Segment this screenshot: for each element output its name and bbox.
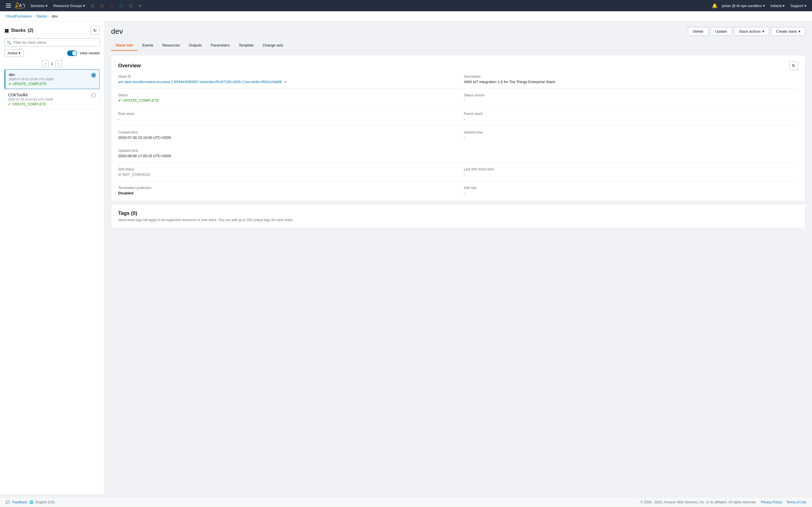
support-menu[interactable]: Support ▾ <box>788 3 809 9</box>
stack-time-cdk: 2020-07-30 15:07:53 UTC+0200 <box>8 98 91 101</box>
update-button[interactable]: Update <box>711 27 732 36</box>
stacks-label: Stacks <box>11 28 26 33</box>
tab-template[interactable]: Template <box>234 40 258 51</box>
overview-refresh-button[interactable]: ↻ <box>789 61 798 70</box>
stack-item-cdktoolkit[interactable]: CDKToolkit 2020-07-30 15:07:53 UTC+0200 … <box>4 90 100 109</box>
user-menu[interactable]: johan @ tti-ops-sandbox ▾ <box>720 3 767 9</box>
stack-actions-label: Stack actions <box>739 29 761 34</box>
top-nav-right: 🔔 johan @ tti-ops-sandbox ▾ Ireland ▾ Su… <box>711 2 809 10</box>
stack-actions-button[interactable]: Stack actions ▾ <box>734 27 769 36</box>
stack-status-label-dev: UPDATE_COMPLETE <box>13 82 47 86</box>
sidebar: ▦ Stacks (2) ↻ 🔍 Active ▾ View nested <box>0 21 104 494</box>
pinned-service-5[interactable]: ⬡ <box>127 2 135 10</box>
page-number: 1 <box>51 62 53 66</box>
tab-stack-info[interactable]: Stack info <box>111 40 138 51</box>
termination-label: Termination protection <box>118 186 453 190</box>
stack-radio-dev[interactable] <box>91 73 96 77</box>
created-time-value: 2020-07-30 15:10:00 UTC+0200 <box>118 135 453 140</box>
stack-item-dev[interactable]: dev 2020-07-30 15:10:00 UTC+0200 ✔ UPDAT… <box>4 69 100 89</box>
pinned-service-2[interactable]: ⬡ <box>98 2 106 10</box>
pinned-services: ⬡ ⬡ ⬡ ⬡ ⬡ ☆ <box>89 2 144 10</box>
updated-time-label: Updated time <box>118 149 453 153</box>
create-stack-chevron-icon: ▾ <box>799 29 801 34</box>
tab-resources[interactable]: Resources <box>158 40 185 51</box>
status-value: ✔ UPDATE_COMPLETE <box>118 98 453 103</box>
deleted-time-value: - <box>464 135 798 140</box>
times-grid: Created time 2020-07-30 15:10:00 UTC+020… <box>118 130 798 158</box>
stack-status-label-cdk: CREATE_COMPLETE <box>12 102 46 106</box>
stack-time-dev: 2020-07-30 15:10:00 UTC+0200 <box>9 77 91 81</box>
stack-refs-grid: Root stack - Parent stack - <box>118 112 798 121</box>
toggle-label: View nested <box>80 51 100 55</box>
breadcrumb-current: dev <box>52 14 58 18</box>
tab-change-sets[interactable]: Change sets <box>258 40 288 51</box>
tab-outputs[interactable]: Outputs <box>185 40 206 51</box>
bookmark-icon[interactable]: ☆ <box>137 2 144 10</box>
pinned-service-3[interactable]: ⬡ <box>108 2 116 10</box>
field-root-stack: Root stack - <box>118 112 453 121</box>
next-page-button[interactable]: › <box>55 60 62 67</box>
view-nested-toggle[interactable] <box>67 50 77 56</box>
svg-rect-1 <box>6 5 11 6</box>
field-parent-stack: Parent stack - <box>464 112 798 121</box>
tab-bar: Stack info Events Resources Outputs Para… <box>111 40 805 51</box>
radio-inner-dev <box>93 74 95 76</box>
last-drift-label: Last drift check time <box>464 167 798 171</box>
active-filter-dropdown[interactable]: Active ▾ <box>4 49 24 57</box>
aws-logo[interactable] <box>15 1 25 11</box>
hamburger-menu[interactable] <box>3 0 13 11</box>
resource-groups-menu[interactable]: Resource Groups ▾ <box>51 3 87 9</box>
status-text: UPDATE_COMPLETE <box>122 98 159 103</box>
created-time-label: Created time <box>118 130 453 134</box>
breadcrumb-sep-1: › <box>34 14 35 18</box>
services-menu[interactable]: Services ▾ <box>28 3 50 9</box>
create-stack-button[interactable]: Create stack ▾ <box>771 27 805 36</box>
termination-value: Disabled <box>118 191 453 195</box>
root-stack-value: - <box>118 117 453 121</box>
status-reason-label: Status reason <box>464 93 798 97</box>
not-checked-text: NOT_CHECKED <box>122 172 150 177</box>
tab-events[interactable]: Events <box>138 40 158 51</box>
pinned-service-1[interactable]: ⬡ <box>89 2 96 10</box>
field-updated-time: Updated time 2020-08-06 17:00:15 UTC+020… <box>118 149 453 158</box>
page-title: dev <box>111 27 123 36</box>
stack-search-input[interactable] <box>4 38 100 47</box>
updated-time-value: 2020-08-06 17:00:15 UTC+0200 <box>118 154 453 158</box>
field-drift-status: Drift status ⊖ NOT_CHECKED <box>118 167 453 177</box>
tags-title: Tags (0) <box>118 210 798 216</box>
card-header: Overview ↻ <box>118 61 798 70</box>
overview-title: Overview <box>118 63 141 69</box>
notifications-icon[interactable]: 🔔 <box>711 2 719 10</box>
last-drift-value: - <box>464 172 798 177</box>
stack-id-link[interactable]: arn:aws:cloudformation:eu-west-1:9594435… <box>118 80 282 84</box>
breadcrumb-stacks[interactable]: Stacks <box>36 14 47 18</box>
not-checked-icon: ⊖ <box>118 172 121 177</box>
parent-stack-value: - <box>464 117 798 121</box>
search-icon: 🔍 <box>7 40 11 45</box>
root-stack-label: Root stack <box>118 112 453 116</box>
content-header: dev Delete Update Stack actions ▾ Create… <box>111 27 805 36</box>
stack-name-cdk: CDKToolkit <box>8 93 91 97</box>
status-reason-value: - <box>464 98 798 103</box>
filter-label: Active <box>8 51 17 55</box>
status-grid: Status ✔ UPDATE_COMPLETE Status reason - <box>118 93 798 103</box>
field-created-time: Created time 2020-07-30 15:10:00 UTC+020… <box>118 130 453 140</box>
stack-radio-cdk[interactable] <box>91 93 96 98</box>
breadcrumb-cloudformation[interactable]: CloudFormation <box>6 14 32 18</box>
region-menu[interactable]: Ireland ▾ <box>768 3 787 9</box>
sidebar-refresh-button[interactable]: ↻ <box>91 26 100 35</box>
stack-item-info-cdk: CDKToolkit 2020-07-30 15:07:53 UTC+0200 … <box>8 93 91 106</box>
delete-button[interactable]: Delete <box>688 27 708 36</box>
status-label: Status <box>118 93 453 97</box>
stack-actions-chevron-icon: ▾ <box>762 29 764 34</box>
stack-id-label: Stack ID <box>118 75 453 78</box>
tags-description: Stack-level tags will apply to all suppo… <box>118 218 798 222</box>
stacks-icon: ▦ <box>4 28 9 33</box>
toggle-thumb <box>72 51 77 55</box>
sidebar-title: ▦ Stacks (2) <box>4 28 33 33</box>
action-buttons: Delete Update Stack actions ▾ Create sta… <box>688 27 805 36</box>
field-status-reason: Status reason - <box>464 93 798 103</box>
tab-parameters[interactable]: Parameters <box>206 40 234 51</box>
prev-page-button[interactable]: ‹ <box>42 60 49 67</box>
pinned-service-4[interactable]: ⬡ <box>117 2 125 10</box>
